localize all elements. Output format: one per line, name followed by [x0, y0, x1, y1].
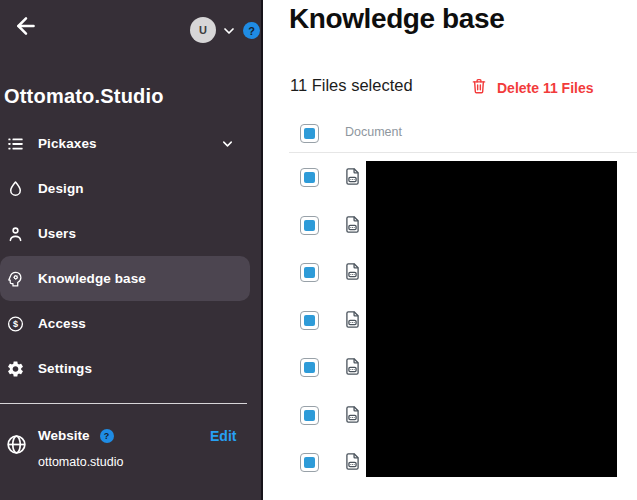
- checkbox-checked-mark: [304, 172, 315, 183]
- user-icon: [6, 224, 25, 243]
- sidebar-nav: Pickaxes Design Users: [0, 121, 261, 391]
- table-row: [300, 154, 363, 202]
- dollar-icon: $: [6, 314, 25, 333]
- delete-files-label: Delete 11 Files: [497, 80, 594, 96]
- sidebar-item-knowledge-base[interactable]: Knowledge base: [0, 256, 250, 301]
- gear-icon: [6, 359, 25, 378]
- row-checkbox[interactable]: [300, 358, 319, 377]
- document-column-header: Document: [345, 125, 402, 139]
- checkbox-checked-mark: [304, 220, 315, 231]
- sidebar-item-users[interactable]: Users: [0, 211, 261, 256]
- document-icon: [342, 451, 363, 474]
- workspace-title: Ottomato.Studio: [4, 85, 164, 108]
- table-row: [300, 249, 363, 297]
- checkbox-checked-mark: [304, 362, 315, 373]
- table-row: [300, 344, 363, 392]
- arrow-left-icon: [13, 25, 39, 42]
- sidebar-item-label: Design: [38, 181, 84, 196]
- checkbox-checked-mark: [304, 410, 315, 421]
- table-header-divider: [289, 152, 637, 153]
- row-checkbox[interactable]: [300, 168, 319, 187]
- sidebar-item-design[interactable]: Design: [0, 166, 261, 211]
- back-button[interactable]: [13, 13, 41, 41]
- document-icon: [342, 261, 363, 284]
- row-checkbox[interactable]: [300, 263, 319, 282]
- help-icon[interactable]: ?: [100, 429, 114, 443]
- select-all-checkbox[interactable]: [300, 124, 319, 143]
- sidebar-item-pickaxes[interactable]: Pickaxes: [0, 121, 261, 166]
- user-avatar[interactable]: U: [190, 17, 216, 43]
- sidebar-item-settings[interactable]: Settings: [0, 346, 261, 391]
- table-row: [300, 392, 363, 440]
- help-icon[interactable]: ?: [243, 22, 260, 39]
- sidebar-item-label: Access: [38, 316, 86, 331]
- sidebar-item-access[interactable]: $ Access: [0, 301, 261, 346]
- droplet-icon: [6, 179, 25, 198]
- table-row: [300, 202, 363, 250]
- checkbox-checked-mark: [304, 128, 315, 139]
- chevron-down-icon: [220, 136, 235, 151]
- list-icon: [6, 134, 25, 153]
- edit-website-link[interactable]: Edit: [210, 428, 236, 444]
- checkbox-checked-mark: [304, 315, 315, 326]
- row-checkbox[interactable]: [300, 216, 319, 235]
- globe-icon: [5, 433, 28, 456]
- website-label: Website: [38, 428, 90, 443]
- redacted-region: [366, 161, 617, 477]
- psychology-icon: [6, 269, 25, 288]
- document-icon: [342, 166, 363, 189]
- sidebar-item-label: Users: [38, 226, 76, 241]
- row-checkbox[interactable]: [300, 406, 319, 425]
- selection-status: 11 Files selected: [290, 76, 413, 95]
- checkbox-checked-mark: [304, 267, 315, 278]
- document-icon: [342, 404, 363, 427]
- row-checkbox[interactable]: [300, 311, 319, 330]
- document-icon: [342, 214, 363, 237]
- row-checkbox[interactable]: [300, 453, 319, 472]
- table-row: [300, 439, 363, 487]
- checkbox-checked-mark: [304, 457, 315, 468]
- sidebar: U ? Ottomato.Studio Pickaxes: [0, 0, 263, 500]
- website-domain: ottomato.studio: [38, 455, 123, 469]
- page-title: Knowledge base: [289, 3, 504, 35]
- document-icon: [342, 309, 363, 332]
- sidebar-item-label: Pickaxes: [38, 136, 97, 151]
- table-row: [300, 297, 363, 345]
- trash-icon: [470, 77, 488, 98]
- document-icon: [342, 356, 363, 379]
- sidebar-item-label: Settings: [38, 361, 92, 376]
- chevron-down-icon[interactable]: [221, 23, 237, 39]
- sidebar-item-label: Knowledge base: [38, 271, 146, 286]
- website-section: Website ? ottomato.studio Edit: [0, 424, 261, 488]
- delete-files-button[interactable]: Delete 11 Files: [470, 77, 594, 98]
- dollar-glyph: $: [13, 319, 18, 329]
- sidebar-divider: [0, 403, 247, 404]
